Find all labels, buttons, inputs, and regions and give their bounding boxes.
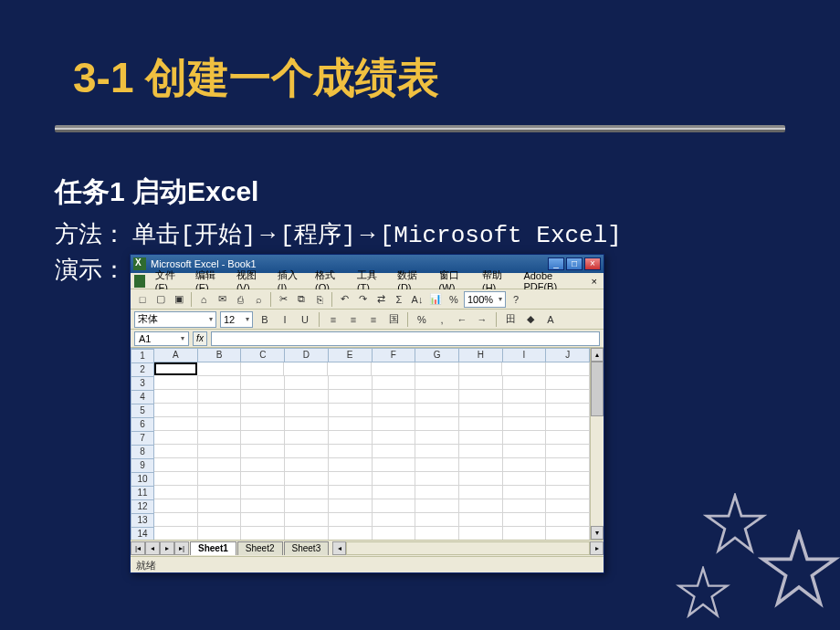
cell[interactable] [285, 445, 329, 458]
row-header[interactable]: 12 [131, 500, 154, 514]
row-header[interactable]: 5 [131, 404, 154, 418]
cell[interactable] [329, 417, 373, 431]
row-header[interactable]: 3 [131, 377, 154, 391]
cell[interactable] [198, 458, 242, 472]
cell[interactable] [241, 499, 285, 513]
cell[interactable] [459, 458, 503, 472]
bold-button[interactable]: B [257, 311, 273, 328]
formula-bar[interactable] [211, 331, 600, 346]
menu-item[interactable]: Adobe PDF(B) [518, 270, 583, 292]
cell[interactable] [198, 513, 242, 527]
cell[interactable] [241, 472, 285, 486]
cell[interactable] [198, 431, 242, 445]
chart-icon[interactable]: 📊 [427, 291, 444, 308]
cell[interactable] [503, 527, 547, 540]
cell[interactable] [329, 376, 373, 390]
horizontal-scrollbar[interactable]: ◂ ▸ [332, 541, 604, 555]
cell[interactable] [241, 527, 285, 540]
close-button[interactable]: × [584, 257, 601, 270]
help-icon[interactable]: ? [508, 291, 524, 308]
cell[interactable] [415, 445, 459, 458]
cell[interactable] [285, 472, 329, 486]
hscroll-track[interactable] [346, 541, 590, 555]
cell[interactable] [285, 486, 329, 499]
cell[interactable] [154, 417, 198, 431]
cell[interactable] [373, 404, 416, 417]
column-header[interactable]: J [546, 348, 590, 362]
cell[interactable] [197, 362, 241, 376]
minimize-button[interactable]: _ [548, 257, 564, 270]
scroll-left-icon[interactable]: ◂ [332, 541, 346, 555]
cell[interactable] [459, 390, 503, 404]
row-header[interactable]: 1 [131, 350, 154, 363]
name-box[interactable]: A1▾ [134, 331, 189, 346]
scroll-right-icon[interactable]: ▸ [590, 541, 604, 555]
cell[interactable] [373, 376, 416, 390]
row-header[interactable]: 8 [131, 446, 154, 459]
cell[interactable] [329, 486, 373, 499]
cell[interactable] [503, 376, 547, 390]
cell[interactable] [546, 472, 590, 486]
scroll-up-icon[interactable]: ▴ [591, 348, 604, 362]
row-header[interactable]: 9 [131, 459, 154, 473]
cell[interactable] [285, 458, 329, 472]
cell[interactable] [198, 390, 242, 404]
cell[interactable] [373, 458, 416, 472]
column-header[interactable]: B [198, 348, 242, 362]
column-header[interactable]: E [329, 348, 373, 362]
font-combo[interactable]: 宋体▾ [134, 311, 216, 328]
comma-icon[interactable]: , [434, 311, 450, 328]
cell[interactable] [373, 499, 416, 513]
row-header[interactable]: 13 [131, 514, 154, 528]
cell[interactable] [546, 404, 590, 417]
tab-prev-icon[interactable]: ◂ [145, 541, 160, 555]
scroll-track[interactable] [591, 416, 604, 526]
cell[interactable] [546, 362, 590, 376]
scroll-down-icon[interactable]: ▾ [591, 526, 604, 540]
vertical-scrollbar[interactable]: ▴ ▾ [590, 348, 604, 540]
cell[interactable] [415, 431, 459, 445]
cell[interactable] [502, 362, 546, 376]
cell[interactable] [329, 404, 373, 417]
cell[interactable] [415, 472, 459, 486]
cell[interactable] [285, 404, 329, 417]
sheet-tab[interactable]: Sheet2 [237, 541, 283, 555]
print-icon[interactable]: ⎙ [232, 291, 248, 308]
cell[interactable] [503, 458, 547, 472]
cell[interactable] [284, 362, 328, 376]
cell[interactable] [241, 390, 285, 404]
cell[interactable] [459, 431, 503, 445]
cell[interactable] [503, 513, 547, 527]
cell[interactable] [329, 513, 373, 527]
cell[interactable] [328, 362, 372, 376]
cell[interactable] [415, 513, 459, 527]
sum-icon[interactable]: Σ [391, 291, 407, 308]
align-left-icon[interactable]: ≡ [325, 311, 341, 328]
cell[interactable] [415, 527, 459, 540]
cell[interactable] [546, 499, 590, 513]
cell[interactable] [415, 458, 459, 472]
cell[interactable] [372, 362, 415, 376]
cell[interactable] [459, 404, 503, 417]
cut-icon[interactable]: ✂ [275, 291, 291, 308]
cell[interactable] [546, 431, 590, 445]
cell[interactable] [285, 390, 329, 404]
cell[interactable] [415, 417, 459, 431]
cell[interactable] [198, 527, 242, 540]
cell[interactable] [285, 499, 329, 513]
cell[interactable] [546, 527, 590, 540]
tab-next-icon[interactable]: ▸ [160, 541, 174, 555]
sort-icon[interactable]: A↓ [409, 291, 425, 308]
cell[interactable] [503, 431, 547, 445]
cell[interactable] [459, 472, 503, 486]
cell[interactable] [373, 472, 416, 486]
preview-icon[interactable]: ⌕ [250, 291, 267, 308]
cell[interactable] [198, 499, 242, 513]
fontcolor-icon[interactable]: A [542, 311, 559, 328]
open-icon[interactable]: ▢ [152, 291, 169, 308]
cell[interactable] [459, 362, 503, 376]
cell[interactable] [373, 527, 416, 540]
fill-icon[interactable]: ◆ [522, 311, 539, 328]
column-header[interactable]: F [373, 348, 416, 362]
cell[interactable] [459, 376, 503, 390]
